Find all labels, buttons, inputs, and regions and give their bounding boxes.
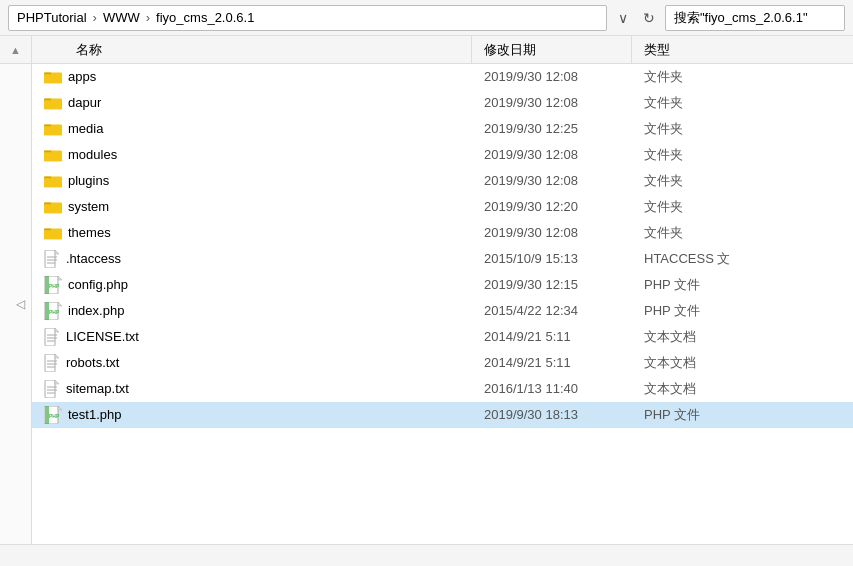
- file-icon: [44, 354, 60, 372]
- file-date-cell: 2019/9/30 12:08: [472, 69, 632, 84]
- table-row[interactable]: plugins2019/9/30 12:08文件夹: [32, 168, 853, 194]
- table-row[interactable]: themes2019/9/30 12:08文件夹: [32, 220, 853, 246]
- up-button[interactable]: ▲: [0, 36, 32, 64]
- table-row[interactable]: PHP index.php2015/4/22 12:34PHP 文件: [32, 298, 853, 324]
- file-type-cell: 文件夹: [632, 120, 853, 138]
- file-date-cell: 2019/9/30 12:08: [472, 225, 632, 240]
- file-name-label: plugins: [68, 173, 109, 188]
- svg-text:PHP: PHP: [49, 309, 60, 315]
- file-list[interactable]: apps2019/9/30 12:08文件夹 dapur2019/9/30 12…: [32, 64, 853, 544]
- file-date-cell: 2019/9/30 12:15: [472, 277, 632, 292]
- main-area: ◁ apps2019/9/30 12:08文件夹 dapur2019/9/30 …: [0, 64, 853, 544]
- file-name-cell: plugins: [32, 173, 472, 189]
- file-type-cell: HTACCESS 文: [632, 250, 853, 268]
- file-name-label: robots.txt: [66, 355, 119, 370]
- file-date-cell: 2014/9/21 5:11: [472, 355, 632, 370]
- svg-rect-21: [45, 250, 55, 268]
- file-name-label: themes: [68, 225, 111, 240]
- refresh-button[interactable]: ↻: [637, 6, 661, 30]
- svg-text:PHP: PHP: [49, 283, 60, 289]
- table-row[interactable]: sitemap.txt2016/1/13 11:40文本文档: [32, 376, 853, 402]
- left-panel-arrow: ◁: [16, 297, 25, 311]
- file-date-cell: 2016/1/13 11:40: [472, 381, 632, 396]
- file-date-cell: 2015/4/22 12:34: [472, 303, 632, 318]
- folder-icon: [44, 69, 62, 85]
- file-name-label: .htaccess: [66, 251, 121, 266]
- file-date-cell: 2019/9/30 12:08: [472, 173, 632, 188]
- file-name-cell: system: [32, 199, 472, 215]
- file-date-cell: 2015/10/9 15:13: [472, 251, 632, 266]
- address-bar: PHPTutorial › WWW › fiyo_cms_2.0.6.1 ∨ ↻…: [0, 0, 853, 36]
- table-row[interactable]: apps2019/9/30 12:08文件夹: [32, 64, 853, 90]
- search-box[interactable]: 搜索"fiyo_cms_2.0.6.1": [665, 5, 845, 31]
- file-type-cell: 文件夹: [632, 146, 853, 164]
- file-name-label: system: [68, 199, 109, 214]
- svg-marker-50: [58, 406, 62, 410]
- table-row[interactable]: .htaccess2015/10/9 15:13HTACCESS 文: [32, 246, 853, 272]
- file-type-cell: 文件夹: [632, 224, 853, 242]
- file-name-cell: .htaccess: [32, 250, 472, 268]
- table-row[interactable]: media2019/9/30 12:25文件夹: [32, 116, 853, 142]
- file-name-cell: sitemap.txt: [32, 380, 472, 398]
- php-icon: PHP: [44, 276, 62, 294]
- dropdown-button[interactable]: ∨: [611, 6, 635, 30]
- col-header-name[interactable]: 名称: [32, 36, 472, 64]
- address-path[interactable]: PHPTutorial › WWW › fiyo_cms_2.0.6.1: [8, 5, 607, 31]
- file-name-cell: modules: [32, 147, 472, 163]
- svg-rect-17: [44, 204, 62, 213]
- file-icon: [44, 250, 60, 268]
- file-type-cell: 文本文档: [632, 380, 853, 398]
- file-type-cell: 文件夹: [632, 198, 853, 216]
- file-type-cell: PHP 文件: [632, 406, 853, 424]
- table-row[interactable]: robots.txt2014/9/21 5:11文本文档: [32, 350, 853, 376]
- file-name-cell: PHP test1.php: [32, 406, 472, 424]
- col-header-date[interactable]: 修改日期: [472, 36, 632, 64]
- file-name-label: media: [68, 121, 103, 136]
- folder-icon: [44, 147, 62, 163]
- path-part-1: PHPTutorial: [17, 10, 87, 25]
- col-type-label: 类型: [644, 41, 670, 59]
- svg-marker-40: [55, 354, 59, 358]
- svg-rect-11: [44, 152, 62, 161]
- svg-marker-35: [55, 328, 59, 332]
- col-header-type[interactable]: 类型: [632, 36, 853, 64]
- folder-icon: [44, 225, 62, 241]
- php-icon: PHP: [44, 406, 62, 424]
- file-name-label: sitemap.txt: [66, 381, 129, 396]
- php-icon: PHP: [44, 302, 62, 320]
- folder-icon: [44, 121, 62, 137]
- path-part-2: WWW: [103, 10, 140, 25]
- svg-rect-44: [45, 380, 55, 398]
- file-name-cell: themes: [32, 225, 472, 241]
- file-name-label: modules: [68, 147, 117, 162]
- file-date-cell: 2014/9/21 5:11: [472, 329, 632, 344]
- file-name-label: index.php: [68, 303, 124, 318]
- separator-2: ›: [146, 10, 150, 25]
- file-name-cell: PHP config.php: [32, 276, 472, 294]
- table-row[interactable]: system2019/9/30 12:20文件夹: [32, 194, 853, 220]
- file-name-cell: media: [32, 121, 472, 137]
- folder-icon: [44, 173, 62, 189]
- address-actions: ∨ ↻: [611, 6, 661, 30]
- folder-icon: [44, 199, 62, 215]
- table-row[interactable]: LICENSE.txt2014/9/21 5:11文本文档: [32, 324, 853, 350]
- file-icon: [44, 328, 60, 346]
- svg-text:PHP: PHP: [49, 413, 60, 419]
- file-name-cell: PHP index.php: [32, 302, 472, 320]
- file-type-cell: 文件夹: [632, 68, 853, 86]
- file-name-label: dapur: [68, 95, 101, 110]
- table-row[interactable]: dapur2019/9/30 12:08文件夹: [32, 90, 853, 116]
- svg-rect-5: [44, 100, 62, 109]
- file-type-cell: PHP 文件: [632, 276, 853, 294]
- file-name-label: test1.php: [68, 407, 122, 422]
- svg-rect-14: [44, 178, 62, 187]
- table-row[interactable]: PHP config.php2019/9/30 12:15PHP 文件: [32, 272, 853, 298]
- table-row[interactable]: PHP test1.php2019/9/30 18:13PHP 文件: [32, 402, 853, 428]
- svg-rect-34: [45, 328, 55, 346]
- table-row[interactable]: modules2019/9/30 12:08文件夹: [32, 142, 853, 168]
- path-part-3: fiyo_cms_2.0.6.1: [156, 10, 254, 25]
- svg-marker-22: [55, 250, 59, 254]
- column-header: ▲ 名称 修改日期 类型: [0, 36, 853, 64]
- left-panel: ◁: [0, 64, 32, 544]
- file-date-cell: 2019/9/30 18:13: [472, 407, 632, 422]
